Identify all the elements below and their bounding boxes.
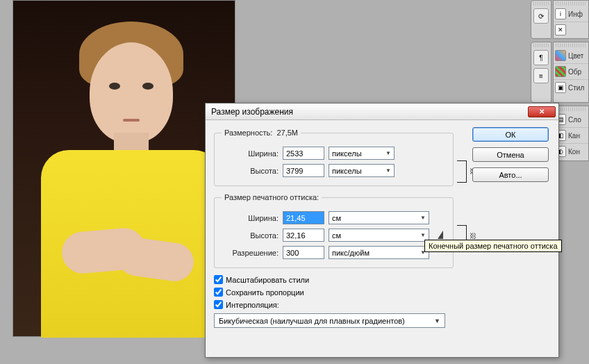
tools-icon: ✕	[555, 24, 566, 35]
swatches-icon	[555, 66, 566, 77]
image-size-dialog: Размер изображения ✕ Размерность: 27,5M …	[205, 103, 559, 358]
panel-tab-tools[interactable]: ✕	[554, 22, 588, 38]
print-height-label: Высота:	[222, 231, 283, 240]
print-size-group: Размер печатного оттиска: Ширина: см ▼ В…	[214, 193, 454, 268]
unit-label: см	[332, 214, 341, 222]
panel-label: Кан	[568, 132, 580, 140]
auto-button[interactable]: Авто...	[472, 167, 549, 182]
interpolation-label: Интерполяция:	[226, 301, 279, 309]
chevron-down-icon: ▼	[385, 167, 391, 174]
link-bracket	[457, 160, 467, 183]
dimensions-label: Размерность:	[224, 129, 272, 137]
dialog-buttons: ОК Отмена Авто...	[472, 127, 549, 182]
dock-info-group: i Инф ✕	[553, 0, 589, 39]
styles-icon: ▣	[555, 82, 566, 93]
interpolation-checkbox[interactable]	[214, 300, 223, 309]
print-height-unit-select[interactable]: см ▼	[329, 229, 429, 242]
interpolation-method-label: Бикубическая (наилучшая для плавных град…	[219, 317, 405, 325]
panel-label: Сло	[568, 116, 581, 124]
print-width-label: Ширина:	[222, 214, 283, 222]
constrain-proportions-checkbox[interactable]	[214, 288, 223, 297]
dialog-titlebar[interactable]: Размер изображения ✕	[206, 104, 558, 120]
unit-label: пикселы	[332, 167, 362, 175]
chevron-down-icon: ▼	[434, 317, 440, 324]
panel-label: Инф	[568, 10, 583, 18]
constrain-label: Сохранить пропорции	[226, 288, 304, 297]
chevron-down-icon: ▼	[420, 215, 426, 221]
scale-styles-label: Масштабировать стили	[226, 276, 309, 284]
tooltip-pointer	[438, 231, 443, 239]
panel-label: Цвет	[568, 52, 583, 60]
unit-label: пикселы	[332, 149, 362, 158]
interpolation-method-select[interactable]: Бикубическая (наилучшая для плавных град…	[214, 313, 445, 328]
pixel-height-label: Высота:	[222, 167, 283, 175]
print-group-label: Размер печатного оттиска:	[222, 193, 322, 201]
dimensions-value: 27,5M	[276, 129, 298, 137]
dialog-title: Размер изображения	[208, 107, 528, 117]
cancel-button[interactable]: Отмена	[472, 147, 549, 162]
resolution-input[interactable]	[283, 246, 324, 259]
pixel-height-unit-select[interactable]: пикселы ▼	[329, 164, 395, 177]
resolution-label: Разрешение:	[222, 249, 283, 257]
pixel-width-unit-select[interactable]: пикселы ▼	[329, 147, 395, 160]
pixel-height-input[interactable]	[283, 164, 324, 177]
print-width-unit-select[interactable]: см ▼	[329, 211, 429, 224]
panel-tab-color[interactable]: Цвет	[554, 48, 588, 64]
dock-group-2: ¶ ≡	[531, 42, 551, 103]
dock-color-group: Цвет Обр ▣ Стил	[553, 42, 589, 103]
dock-group-1: ⟳	[531, 0, 551, 39]
pixel-width-label: Ширина:	[222, 149, 283, 158]
panel-tab-info[interactable]: i Инф	[554, 6, 588, 22]
chevron-down-icon: ▼	[420, 232, 426, 238]
resolution-unit-select[interactable]: пикс/дюйм ▼	[329, 246, 429, 259]
panel-label: Обр	[568, 68, 581, 76]
tooltip: Конечный размер печатного оттиска	[424, 240, 562, 252]
document-canvas[interactable]	[13, 0, 235, 337]
photo-content	[13, 1, 235, 336]
paragraph-icon[interactable]: ≡	[533, 68, 549, 83]
panel-tab-styles[interactable]: ▣ Стил	[554, 80, 588, 95]
pixel-dimensions-group: Размерность: 27,5M Ширина: пикселы ▼ Выс…	[214, 129, 454, 186]
info-icon: i	[555, 8, 566, 19]
history-icon[interactable]: ⟳	[533, 8, 549, 24]
character-icon[interactable]: ¶	[533, 50, 549, 65]
unit-label: см	[332, 231, 341, 240]
unit-label: пикс/дюйм	[332, 249, 370, 257]
panel-tab-swatches[interactable]: Обр	[554, 64, 588, 80]
palette-icon	[555, 50, 566, 61]
panel-label: Кон	[568, 148, 580, 156]
close-button[interactable]: ✕	[528, 106, 556, 117]
print-width-input[interactable]	[283, 211, 324, 224]
pixel-width-input[interactable]	[283, 147, 324, 160]
scale-styles-checkbox[interactable]	[214, 275, 223, 284]
print-height-input[interactable]	[283, 229, 324, 242]
chevron-down-icon: ▼	[385, 150, 391, 156]
ok-button[interactable]: ОК	[472, 127, 549, 142]
panel-label: Стил	[568, 84, 584, 92]
